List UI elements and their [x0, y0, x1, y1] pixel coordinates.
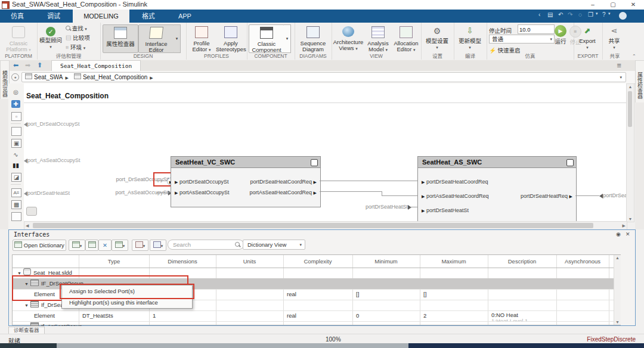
scroll-down-icon[interactable]: ▼ [627, 217, 634, 221]
column-header[interactable]: Complexity [283, 255, 352, 268]
find-button[interactable]: 查找 ▾ [66, 24, 87, 33]
assign-port-button[interactable]: ▾ [150, 240, 166, 251]
export-button[interactable]: ⬈ Export▾ [574, 24, 601, 52]
diagram-canvas[interactable]: Seat_Heat_Composition port_DrSeatOccupyS… [24, 83, 626, 221]
column-header[interactable]: Units [216, 255, 283, 268]
table-row[interactable]: Element DT_HeatSts 1 real 0 2 0:NO Heat1… [13, 310, 620, 322]
apply-stereotypes-button[interactable]: ApplyStereotypes [216, 24, 246, 52]
note-icon[interactable]: ▫ [11, 112, 21, 121]
wire[interactable] [320, 191, 382, 192]
external-input-port[interactable]: port_DrSeatOccupySt [24, 121, 80, 127]
scroll-left-icon[interactable]: ◀ [26, 223, 29, 228]
content-preview-badge[interactable] [26, 207, 37, 216]
redo-icon[interactable]: ↷ [568, 11, 572, 18]
help-dropdown-icon[interactable]: ▾ [608, 11, 611, 16]
block-input-port[interactable]: ▶ portAsSeatOccupySt [175, 189, 229, 196]
column-header[interactable]: Asynchronous [556, 255, 609, 268]
wire[interactable] [575, 195, 599, 196]
add-interface-button[interactable]: ▾ [69, 240, 85, 251]
property-inspector-button[interactable]: 属性检查器 [103, 24, 138, 53]
search-icon[interactable]: ◌ [578, 11, 582, 18]
scroll-down-icon[interactable]: ▼ [614, 320, 621, 324]
open-dictionary-button[interactable]: Open Dictionary [13, 240, 66, 251]
model-advisor-button[interactable]: ✓ 模型顾问▾ [38, 24, 63, 52]
allocation-editor-button[interactable]: AllocationEditor ▾ [392, 24, 420, 52]
external-input-port[interactable]: port_AsSeatOccupySt [24, 157, 80, 163]
external-input-port[interactable]: portDrSeatHeatSt [24, 190, 70, 196]
wire[interactable] [382, 195, 417, 196]
analysis-model-button[interactable]: AnalysisModel ▾ [364, 24, 392, 52]
expand-icon[interactable]: ▼ [17, 271, 21, 275]
collapse-left-icon[interactable]: ‹ [538, 11, 540, 18]
signal-wave-icon[interactable]: ∿ [11, 151, 20, 159]
close-button[interactable]: ✕ [625, 0, 642, 9]
document-tab[interactable]: Seat_Heat_Composition [51, 60, 141, 72]
barcode-icon[interactable]: ▮▮ [11, 161, 20, 169]
compare-button[interactable]: ▤ 比较项 [66, 34, 90, 42]
design-dropdown-icon[interactable]: ▾ [174, 24, 181, 53]
model-badge-icon[interactable]: ● [11, 73, 19, 81]
minimize-button[interactable]: – [584, 0, 601, 9]
delete-button[interactable]: ✕ [98, 240, 112, 251]
block-input-port[interactable]: ▶ portDrSeatHeatCoordReq [422, 179, 488, 185]
panel-minimize-icon[interactable]: ◉ [616, 231, 621, 237]
stop-time-input[interactable] [518, 24, 555, 34]
view-selector[interactable]: Dictionary View▾ [243, 240, 305, 250]
canvas-vscrollbar[interactable]: ▲ ▼ [626, 83, 634, 222]
undo-icon[interactable]: ↶ [558, 11, 563, 18]
table-row[interactable]: ▼If_AsSeatOccup [13, 321, 620, 326]
update-model-button[interactable]: ⇩ 更新模型▾ [454, 24, 485, 52]
tab-debug[interactable]: 调试 [36, 10, 71, 23]
block-output-port[interactable]: portDrSeatHeatCoordReq ▶ [250, 179, 317, 185]
run-button[interactable]: ▶ 运行 [553, 25, 568, 45]
area-block-icon[interactable]: ▣ [11, 139, 21, 148]
tab-format[interactable]: 格式 [131, 10, 166, 23]
component-dropdown-icon[interactable]: ▾ [284, 24, 291, 53]
model-settings-button[interactable]: ⚙ 模型设置▾ [422, 24, 453, 52]
scroll-thumb[interactable] [33, 223, 593, 228]
add-element-button[interactable] [85, 240, 98, 251]
wire[interactable] [320, 181, 417, 181]
column-header[interactable]: Dimensions [149, 255, 216, 268]
scroll-right-icon[interactable]: ▶ [623, 223, 626, 228]
back-icon[interactable]: ⬅ [13, 61, 18, 69]
block-input-port[interactable]: ▶ portDrSeatOccupySt [175, 179, 228, 185]
breadcrumb-current[interactable]: Seat_Heat_Composition [83, 74, 147, 80]
empty-box-icon[interactable] [11, 212, 21, 221]
up-to-parent-icon[interactable]: ⬆ [37, 61, 42, 69]
layout-dropdown-icon[interactable]: ▾ [596, 11, 598, 16]
wire[interactable] [410, 207, 417, 207]
tab-app[interactable]: APP [168, 10, 202, 23]
account-icon[interactable] [619, 12, 627, 20]
scroll-up-icon[interactable]: ▲ [614, 256, 621, 260]
simulation-mode-select[interactable]: 普通▾ [489, 35, 555, 44]
architecture-views-button[interactable]: ArchitectureViews ▾ [332, 24, 364, 52]
tab-simulation[interactable]: 仿真 [0, 10, 35, 23]
block-input-port[interactable]: ▶ portAsSeatHeatCoordReq [422, 193, 488, 200]
import-button[interactable]: ▾ [112, 240, 128, 251]
save-icon[interactable]: ▤ [547, 11, 553, 18]
scroll-thumb[interactable] [628, 91, 632, 127]
subsystem-block-icon[interactable] [11, 127, 21, 136]
minimize-ribbon-icon[interactable]: ⌃ [632, 54, 636, 59]
external-output-port[interactable]: portDrSeatHeatRe [599, 192, 626, 198]
scroll-up-icon[interactable]: ▲ [627, 85, 634, 89]
solver-name[interactable]: FixedStepDiscrete [587, 336, 636, 343]
port-connection-label[interactable]: portDrSeatHeatSt [358, 204, 411, 210]
block-output-port[interactable]: portDrSeatHeatReq ▶ [521, 193, 572, 200]
column-header[interactable]: Minimum [352, 255, 420, 268]
share-button[interactable]: ⋖ 共享▾ [602, 24, 626, 52]
column-header[interactable]: Maximum [420, 255, 488, 268]
breadcrumb-root[interactable]: Seat_SWA [34, 74, 63, 80]
library-badge-icon[interactable]: ✚ [11, 100, 20, 108]
sequence-diagram-button[interactable]: SequenceDiagram [298, 24, 329, 52]
panel-close-icon[interactable]: ✕ [626, 231, 630, 237]
stamp-icon[interactable]: ▩ [11, 200, 21, 209]
block-seatheat-vc-swc[interactable]: SeatHeat_VC_SWC ▶ portDrSeatOccupySt ▶ p… [171, 156, 321, 207]
image-icon[interactable]: ◪ [11, 173, 21, 182]
wire[interactable] [382, 191, 382, 195]
breadcrumb-dropdown-icon[interactable]: ▾ [620, 73, 622, 82]
help-icon[interactable]: ? [602, 11, 606, 18]
maximize-button[interactable]: ▢ [605, 0, 621, 9]
block-header[interactable]: SeatHeat_AS_SWC [418, 157, 576, 168]
